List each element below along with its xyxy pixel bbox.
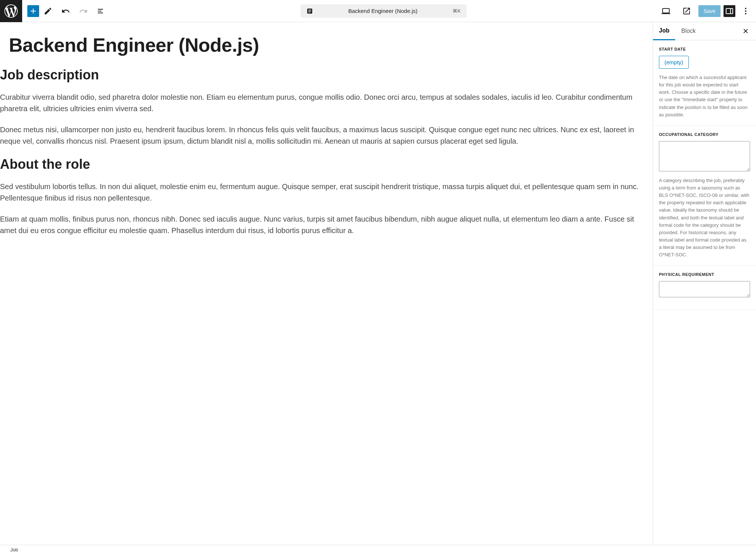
document-title-bar: Backend Engineer (Node.js) ⌘K: [110, 4, 657, 18]
settings-panel-toggle[interactable]: [724, 5, 735, 17]
heading-about-role[interactable]: About the role: [0, 157, 644, 172]
close-sidebar-button[interactable]: [738, 24, 753, 38]
redo-icon: [79, 7, 88, 16]
occupational-category-input[interactable]: [659, 141, 750, 171]
paragraph-block[interactable]: Donec metus nisi, ullamcorper non justo …: [0, 124, 644, 147]
document-icon: [306, 8, 313, 14]
settings-sidebar: Job Block START DATE (empty) The date on…: [653, 22, 756, 545]
preview-external-button[interactable]: [678, 2, 695, 20]
heading-job-description[interactable]: Job description: [0, 67, 644, 83]
topbar: Backend Engineer (Node.js) ⌘K Save: [0, 0, 756, 22]
paragraph-block[interactable]: Sed vestibulum lobortis tellus. In non d…: [0, 181, 644, 204]
undo-icon: [61, 7, 70, 16]
wordpress-logo[interactable]: [0, 0, 22, 22]
start-date-label: START DATE: [659, 47, 750, 51]
occupational-category-description: A category describing the job, preferabl…: [659, 177, 750, 259]
breadcrumb-item[interactable]: Job: [10, 547, 18, 553]
physical-requirement-input[interactable]: [659, 281, 750, 297]
paragraph-block[interactable]: Etiam at quam mollis, finibus purus non,…: [0, 213, 644, 236]
svg-point-0: [745, 8, 746, 9]
wordpress-icon: [4, 4, 18, 18]
plus-icon: [29, 7, 38, 16]
occupational-category-label: OCCUPATIONAL CATEGORY: [659, 132, 750, 137]
document-overview-button[interactable]: [92, 2, 110, 20]
topbar-right: Save: [657, 2, 756, 20]
view-button[interactable]: [657, 2, 675, 20]
command-shortcut: ⌘K: [453, 8, 461, 14]
add-block-button[interactable]: [27, 5, 39, 17]
main: Backend Engineer (Node.js) Job descripti…: [0, 22, 756, 545]
panel-physical-requirement: PHYSICAL REQUIREMENT: [653, 266, 756, 310]
svg-point-1: [745, 10, 746, 12]
svg-point-2: [745, 13, 746, 14]
breadcrumb-footer: Job: [0, 545, 756, 554]
redo-button[interactable]: [75, 2, 92, 20]
tools-button[interactable]: [39, 2, 57, 20]
tab-job[interactable]: Job: [653, 22, 675, 40]
panel-occupational-category: OCCUPATIONAL CATEGORY A category describ…: [653, 126, 756, 266]
post-title[interactable]: Backend Engineer (Node.js): [9, 34, 644, 56]
document-title-text: Backend Engineer (Node.js): [317, 8, 448, 14]
start-date-value[interactable]: (empty): [659, 56, 689, 69]
undo-button[interactable]: [57, 2, 75, 20]
options-button[interactable]: [738, 4, 753, 18]
document-title[interactable]: Backend Engineer (Node.js) ⌘K: [300, 4, 467, 18]
editor-canvas[interactable]: Backend Engineer (Node.js) Job descripti…: [0, 22, 653, 545]
save-button[interactable]: Save: [698, 5, 721, 17]
panel-start-date: START DATE (empty) The date on which a s…: [653, 40, 756, 126]
list-view-icon: [97, 7, 106, 16]
more-vertical-icon: [741, 7, 750, 16]
physical-requirement-label: PHYSICAL REQUIREMENT: [659, 272, 750, 277]
laptop-icon: [662, 7, 670, 16]
external-link-icon: [682, 7, 691, 16]
close-icon: [742, 27, 749, 35]
start-date-description: The date on which a successful applicant…: [659, 74, 750, 119]
pencil-icon: [44, 7, 52, 16]
tab-block[interactable]: Block: [675, 23, 701, 40]
sidebar-icon: [725, 7, 734, 16]
paragraph-block[interactable]: Curabitur viverra blandit odio, sed phar…: [0, 92, 644, 114]
sidebar-tabs: Job Block: [653, 22, 756, 40]
